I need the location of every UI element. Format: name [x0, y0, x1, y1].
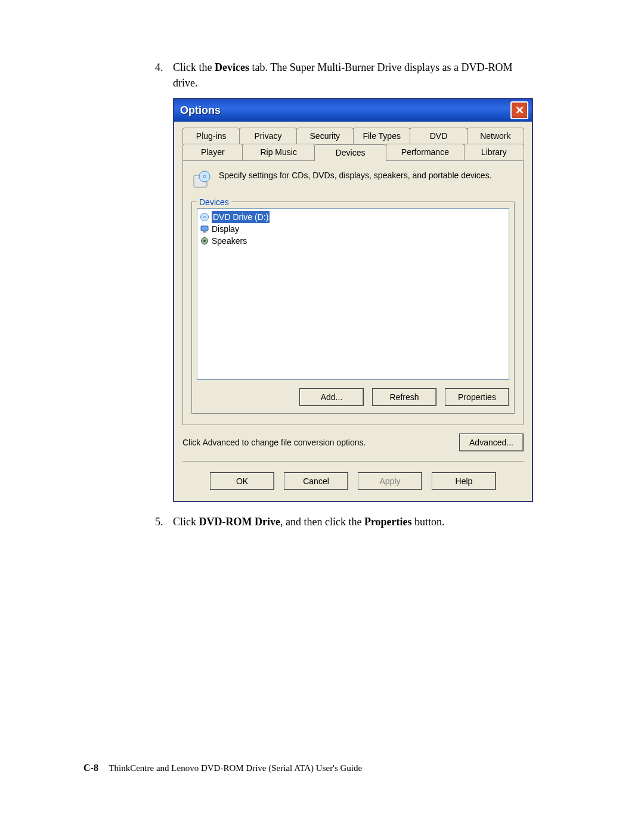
devices-group: Devices DVD Drive (D:) Display	[191, 202, 515, 414]
step-text: Click DVD-ROM Drive, and then click the …	[173, 516, 445, 528]
step-number: 4.	[155, 60, 163, 75]
tab-strip: Plug-ins Privacy Security File Types DVD…	[174, 122, 532, 160]
step-4: 4. Click the Devices tab. The Super Mult…	[155, 60, 525, 502]
tab-devices[interactable]: Devices	[314, 144, 386, 160]
list-item[interactable]: Speakers	[200, 235, 506, 247]
close-button[interactable]: ✕	[510, 101, 528, 119]
dialog-footer-buttons: OK Cancel Apply Help	[174, 462, 532, 501]
tab-player[interactable]: Player	[182, 144, 243, 160]
cancel-button[interactable]: Cancel	[284, 472, 348, 490]
svg-point-8	[203, 240, 206, 242]
tab-performance[interactable]: Performance	[386, 144, 464, 160]
tab-network[interactable]: Network	[467, 128, 524, 144]
list-item-label: Display	[212, 223, 239, 235]
tab-dvd[interactable]: DVD	[410, 128, 467, 144]
page-number: C-8	[83, 763, 98, 773]
list-item-label: Speakers	[212, 235, 247, 247]
step-5: 5. Click DVD-ROM Drive, and then click t…	[155, 514, 525, 529]
list-item-label: DVD Drive (D:)	[212, 211, 270, 223]
properties-button[interactable]: Properties	[445, 388, 509, 406]
list-item[interactable]: Display	[200, 223, 506, 235]
ok-button[interactable]: OK	[210, 472, 274, 490]
instruction-list: 4. Click the Devices tab. The Super Mult…	[155, 60, 525, 529]
window-title: Options	[180, 103, 221, 118]
page-footer: C-8 ThinkCentre and Lenovo DVD-ROM Drive…	[83, 763, 362, 773]
tab-library[interactable]: Library	[464, 144, 524, 160]
disc-drive-icon	[191, 169, 213, 191]
tab-ripmusic[interactable]: Rip Music	[242, 144, 314, 160]
add-button[interactable]: Add...	[299, 388, 364, 406]
panel-description: Specify settings for CDs, DVDs, displays…	[191, 169, 515, 191]
panel-description-text: Specify settings for CDs, DVDs, displays…	[219, 169, 492, 181]
tab-security[interactable]: Security	[296, 128, 354, 144]
display-icon	[200, 224, 209, 234]
body-content: 4. Click the Devices tab. The Super Mult…	[155, 60, 525, 535]
tab-row-1: Plug-ins Privacy Security File Types DVD…	[182, 128, 524, 144]
tab-row-2: Player Rip Music Devices Performance Lib…	[182, 144, 524, 160]
list-item[interactable]: DVD Drive (D:)	[200, 211, 506, 223]
devices-buttons: Add... Refresh Properties	[197, 388, 509, 406]
devices-panel: Specify settings for CDs, DVDs, displays…	[182, 160, 524, 425]
page: 4. Click the Devices tab. The Super Mult…	[0, 0, 644, 833]
titlebar: Options ✕	[174, 99, 532, 122]
refresh-button[interactable]: Refresh	[372, 388, 436, 406]
advanced-text: Click Advanced to change file conversion…	[182, 436, 366, 448]
close-icon: ✕	[515, 105, 524, 116]
step-number: 5.	[155, 514, 163, 529]
apply-button[interactable]: Apply	[358, 472, 422, 490]
devices-list[interactable]: DVD Drive (D:) Display Speakers	[197, 208, 509, 380]
footer-text: ThinkCentre and Lenovo DVD-ROM Drive (Se…	[109, 763, 362, 773]
speaker-icon	[200, 236, 209, 246]
tab-plugins[interactable]: Plug-ins	[182, 128, 240, 144]
advanced-button[interactable]: Advanced...	[459, 433, 524, 451]
help-button[interactable]: Help	[432, 472, 496, 490]
tab-filetypes[interactable]: File Types	[353, 128, 410, 144]
svg-rect-5	[201, 226, 208, 231]
advanced-row: Click Advanced to change file conversion…	[182, 433, 524, 451]
disc-icon	[200, 212, 209, 222]
devices-group-legend: Devices	[197, 196, 231, 208]
options-dialog: Options ✕ Plug-ins Privacy Security File…	[173, 98, 533, 502]
options-dialog-screenshot: Options ✕ Plug-ins Privacy Security File…	[173, 98, 525, 502]
step-text: Click the Devices tab. The Super Multi-B…	[173, 61, 513, 89]
tab-privacy[interactable]: Privacy	[239, 128, 296, 144]
svg-point-4	[204, 216, 206, 218]
svg-point-2	[203, 175, 206, 178]
svg-rect-6	[203, 231, 206, 233]
